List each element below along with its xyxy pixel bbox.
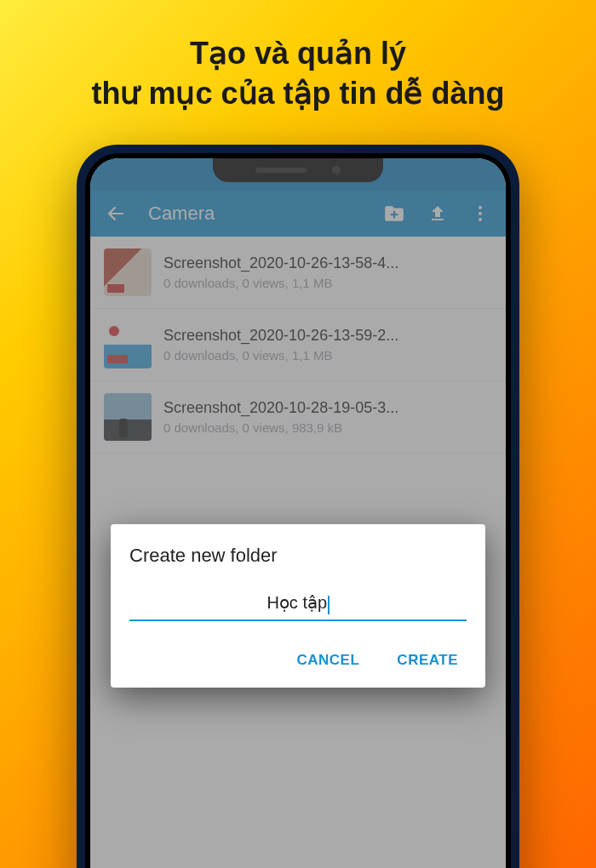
dialog-actions: CANCEL CREATE [129,645,467,676]
dialog-title: Create new folder [129,545,467,567]
create-button[interactable]: CREATE [393,645,461,676]
promo-headline: Tạo và quản lý thư mục của tập tin dễ dà… [0,0,596,114]
phone-frame: Camera Screenshot_2020-10-26-13-58-4... … [77,145,519,868]
folder-name-input[interactable]: Học tập [266,593,327,612]
phone-inner: Camera Screenshot_2020-10-26-13-58-4... … [85,153,511,868]
phone-screen: Camera Screenshot_2020-10-26-13-58-4... … [90,158,506,868]
folder-name-input-wrap[interactable]: Học tập [129,592,467,621]
promo-line-2: thư mục của tập tin dễ dàng [0,74,596,114]
create-folder-dialog: Create new folder Học tập CANCEL CREATE [111,524,485,688]
cancel-button[interactable]: CANCEL [294,645,364,676]
text-cursor [328,596,330,614]
modal-backdrop[interactable] [90,158,506,868]
promo-line-1: Tạo và quản lý [0,34,596,74]
